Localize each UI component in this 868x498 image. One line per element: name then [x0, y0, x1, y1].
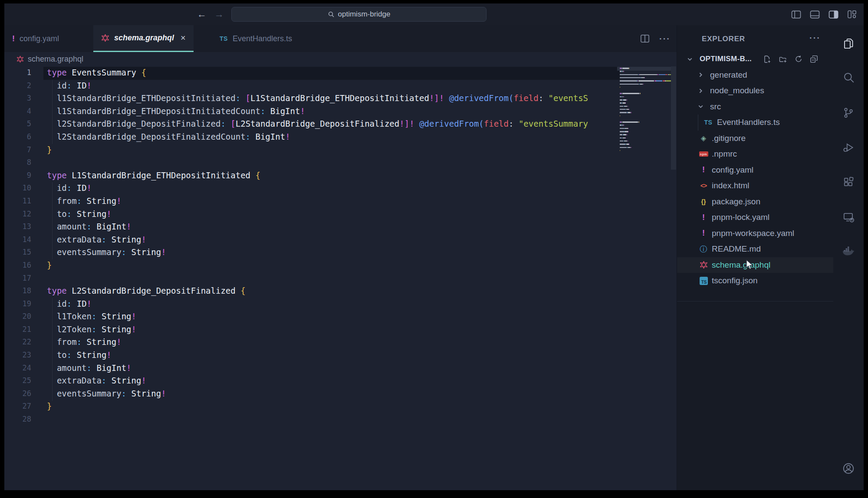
- tree-item-package-json[interactable]: {}package.json: [677, 194, 833, 210]
- indent-guide: [52, 80, 53, 144]
- code-line-27[interactable]: 27}: [4, 400, 677, 413]
- code-line-17[interactable]: 17: [4, 272, 677, 285]
- explorer-more-icon[interactable]: ···: [809, 33, 821, 43]
- code-line-19[interactable]: 19 id: ID!: [4, 298, 677, 311]
- more-actions-icon[interactable]: ···: [659, 34, 671, 44]
- tab-schema-graphql[interactable]: schema.graphql ×: [93, 25, 194, 52]
- code-line-15[interactable]: 15 eventsSummary: String!: [4, 246, 677, 259]
- new-folder-icon[interactable]: [779, 55, 787, 63]
- line-number: 15: [4, 246, 31, 259]
- tree-item-eventhandlers-ts[interactable]: TSEventHandlers.ts: [677, 115, 833, 131]
- toggle-right-sidebar-icon[interactable]: [828, 9, 839, 20]
- code-line-8[interactable]: 8: [4, 156, 677, 169]
- title-bar: ← → optimism-bridge: [4, 3, 864, 25]
- code-line-11[interactable]: 11 from: String!: [4, 195, 677, 208]
- code-line-5[interactable]: 5 l2StandardBridge_DepositFinalized: [L2…: [4, 118, 677, 131]
- toggle-left-sidebar-icon[interactable]: [790, 9, 802, 20]
- code-text: type L2StandardBridge_DepositFinalized {: [31, 285, 246, 298]
- layout-controls: [790, 9, 858, 20]
- code-line-3[interactable]: 3 l1StandardBridge_ETHDepositInitiated: …: [4, 92, 677, 105]
- code-line-7[interactable]: 7}: [4, 144, 677, 157]
- tree-item-label: node_modules: [710, 86, 764, 95]
- remote-explorer-activity-icon[interactable]: [833, 206, 864, 228]
- new-file-icon[interactable]: [763, 55, 771, 63]
- tree-item-label: pnpm-lock.yaml: [712, 213, 769, 222]
- tree-item--gitignore[interactable]: ◈.gitignore: [677, 131, 833, 147]
- code-text: }: [31, 144, 52, 157]
- code-line-9[interactable]: 9type L1StandardBridge_ETHDepositInitiat…: [4, 169, 677, 182]
- code-line-28[interactable]: 28: [4, 413, 677, 426]
- command-center-search[interactable]: optimism-bridge: [231, 7, 487, 22]
- tab-label: EventHandlers.ts: [233, 34, 292, 43]
- refresh-icon[interactable]: [795, 55, 802, 63]
- explorer-activity-icon[interactable]: [833, 32, 864, 55]
- tree-item--npmrc[interactable]: npm.npmrc: [677, 146, 833, 162]
- code-lines: 1type EventsSummary {2 id: ID!3 l1Standa…: [4, 66, 677, 426]
- breadcrumb[interactable]: schema.graphql: [4, 52, 677, 66]
- tree-item-schema-graphql[interactable]: schema.graphql: [677, 257, 833, 273]
- line-number: 28: [4, 413, 31, 426]
- split-editor-icon[interactable]: [640, 34, 650, 43]
- extensions-activity-icon[interactable]: [833, 171, 864, 193]
- tree-item-readme-md[interactable]: ⓘREADME.md: [677, 241, 833, 257]
- forward-arrow-icon[interactable]: →: [213, 8, 226, 21]
- code-line-23[interactable]: 23 to: String!: [4, 349, 677, 362]
- code-line-4[interactable]: 4 l1StandardBridge_ETHDepositInitiatedCo…: [4, 105, 677, 118]
- code-line-10[interactable]: 10 id: ID!: [4, 182, 677, 195]
- run-debug-activity-icon[interactable]: [833, 136, 864, 159]
- code-editor[interactable]: 1type EventsSummary {2 id: ID!3 l1Standa…: [4, 66, 677, 490]
- toggle-bottom-panel-icon[interactable]: [809, 9, 820, 20]
- code-line-13[interactable]: 13 amount: BigInt!: [4, 220, 677, 233]
- code-line-21[interactable]: 21 l2Token: String!: [4, 323, 677, 336]
- code-text: amount: BigInt!: [31, 362, 132, 375]
- tree-item-generated[interactable]: generated: [677, 67, 833, 83]
- code-line-20[interactable]: 20 l1Token: String!: [4, 310, 677, 323]
- tree-item-index-html[interactable]: <>index.html: [677, 178, 833, 194]
- code-line-14[interactable]: 14 extraData: String!: [4, 233, 677, 246]
- graphql-file-icon: [101, 34, 109, 42]
- tree-item-label: .npmrc: [712, 149, 737, 159]
- code-line-25[interactable]: 25 extraData: String!: [4, 374, 677, 387]
- line-number: 6: [4, 131, 31, 144]
- line-number: 3: [4, 92, 31, 105]
- code-line-18[interactable]: 18type L2StandardBridge_DepositFinalized…: [4, 285, 677, 298]
- tab-bar: ! config.yaml schema.graphql × TS EventH…: [4, 25, 677, 52]
- docker-activity-icon[interactable]: [833, 239, 864, 262]
- code-line-2[interactable]: 2 id: ID!: [4, 79, 677, 92]
- line-number: 20: [4, 310, 31, 323]
- code-line-16[interactable]: 16}: [4, 259, 677, 272]
- ts-badge-icon: TS: [699, 276, 708, 285]
- code-line-22[interactable]: 22 from: String!: [4, 336, 677, 349]
- mouse-cursor: [744, 259, 755, 271]
- editor-scrollbar[interactable]: [671, 66, 676, 170]
- code-line-1[interactable]: 1type EventsSummary {: [4, 66, 677, 79]
- tree-item-label: EventHandlers.ts: [717, 118, 780, 127]
- explorer-title: EXPLORER: [702, 35, 745, 43]
- search-activity-icon[interactable]: [833, 66, 864, 88]
- customize-layout-icon[interactable]: [846, 9, 858, 20]
- tree-item-label: tsconfig.json: [712, 276, 758, 285]
- line-number: 26: [4, 387, 31, 400]
- code-line-6[interactable]: 6 l2StandardBridge_DepositFinalizedCount…: [4, 131, 677, 144]
- tab-eventhandlers-ts[interactable]: TS EventHandlers.ts: [212, 25, 300, 52]
- search-value: optimism-bridge: [338, 10, 391, 19]
- tree-item-tsconfig-json[interactable]: TStsconfig.json: [677, 273, 833, 289]
- yaml-bang-icon: !: [699, 229, 708, 238]
- minimap[interactable]: [620, 68, 672, 161]
- tree-item-config-yaml[interactable]: !config.yaml: [677, 162, 833, 178]
- code-line-24[interactable]: 24 amount: BigInt!: [4, 362, 677, 375]
- source-control-activity-icon[interactable]: [833, 102, 864, 124]
- account-activity-icon[interactable]: [833, 457, 864, 480]
- code-line-26[interactable]: 26 eventsSummary: String!: [4, 387, 677, 400]
- collapse-all-icon[interactable]: [810, 55, 818, 63]
- line-number: 22: [4, 336, 31, 349]
- close-tab-icon[interactable]: ×: [181, 33, 186, 43]
- back-arrow-icon[interactable]: ←: [195, 8, 208, 21]
- project-root-row[interactable]: OPTIMISM-B...: [677, 51, 833, 67]
- tree-item-pnpm-lock-yaml[interactable]: !pnpm-lock.yaml: [677, 210, 833, 226]
- tab-config-yaml[interactable]: ! config.yaml: [4, 25, 67, 52]
- tree-item-src[interactable]: src: [677, 99, 833, 115]
- tree-item-pnpm-workspace-yaml[interactable]: !pnpm-workspace.yaml: [677, 226, 833, 242]
- code-line-12[interactable]: 12 to: String!: [4, 208, 677, 221]
- tree-item-node-modules[interactable]: node_modules: [677, 83, 833, 99]
